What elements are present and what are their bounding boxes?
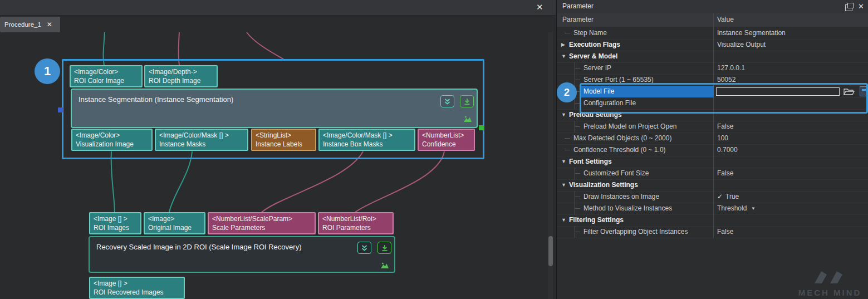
annotation-step-2: 2 xyxy=(557,82,577,102)
node-instance-segmentation[interactable]: Instance Segmentation (Instance Segmenta… xyxy=(71,89,478,128)
port-roi-images[interactable]: <Image [] > ROI Images xyxy=(89,212,141,234)
param-row-font-settings[interactable]: ▼ Font Settings xyxy=(557,156,868,168)
annotation-step-1: 1 xyxy=(35,58,60,84)
port-type: <Image [] > xyxy=(94,279,180,288)
port-type: <Image/Color> xyxy=(76,131,148,140)
param-row-configuration-file[interactable]: Configuration File xyxy=(557,97,868,110)
column-header-parameter: Parameter xyxy=(562,16,594,23)
model-file-input[interactable] xyxy=(716,87,840,96)
port-type: <Image [] > xyxy=(94,214,137,223)
panel-title: Parameter xyxy=(562,2,594,10)
node-scale-image-roi-recovery[interactable]: Recovery Scaled Image in 2D ROI (Scale I… xyxy=(89,236,395,273)
port-type: <StringList> xyxy=(256,131,312,140)
port-instance-labels[interactable]: <StringList> Instance Labels xyxy=(251,129,316,151)
param-row-max-detected-objects[interactable]: Max Detected Objects (0 ~ 2000) 100 xyxy=(557,133,868,145)
watermark: MECH MIND xyxy=(792,270,868,299)
param-row-server-and-model[interactable]: ▼ Server & Model xyxy=(557,51,868,63)
port-name: Instance Labels xyxy=(256,140,312,149)
parameter-panel: Parameter ✕ Parameter Value Step Name In… xyxy=(556,0,868,299)
float-panel-icon[interactable] xyxy=(845,4,852,11)
port-name: Instance Masks xyxy=(159,140,244,149)
param-row-customized-font-size[interactable]: Customized Font Size False xyxy=(557,168,868,180)
collapse-icon[interactable]: ▼ xyxy=(561,214,566,226)
port-marker-green xyxy=(479,125,484,130)
param-row-preload-settings[interactable]: ▼ Preload Settings xyxy=(557,109,868,121)
port-name: ROI Parameters xyxy=(322,223,389,232)
preview-image-icon xyxy=(463,115,472,122)
param-row-draw-instances[interactable]: Draw Instances on Image ✓ True xyxy=(557,191,868,203)
node-title: Recovery Scaled Image in 2D ROI (Scale I… xyxy=(96,243,301,251)
port-name: ROI Depth Image xyxy=(149,76,213,85)
download-model-button[interactable] xyxy=(377,242,391,254)
port-type: <NumberList/Roi> xyxy=(322,214,389,223)
param-row-confidence-threshold[interactable]: Confidence Threshold (0 ~ 1.0) 0.7000 xyxy=(557,144,868,156)
param-row-method-to-visualize[interactable]: Method to Visualize Instances Threshold … xyxy=(557,203,868,215)
panel-close-icon[interactable]: ✕ xyxy=(858,2,864,12)
port-original-image[interactable]: <Image> Original Image xyxy=(144,212,205,234)
column-header-value: Value xyxy=(717,16,734,23)
port-roi-depth-image[interactable]: <Image/Depth-> ROI Depth Image xyxy=(144,65,218,87)
collapse-icon[interactable]: ▼ xyxy=(561,156,566,168)
port-name: Visualization Image xyxy=(76,140,148,149)
port-visualization-image[interactable]: <Image/Color> Visualization Image xyxy=(71,129,153,151)
expand-icon[interactable]: ▶ xyxy=(561,39,565,51)
port-name: ROI Color Image xyxy=(74,76,138,85)
param-row-filtering-settings[interactable]: ▼ Filtering Settings xyxy=(557,214,868,227)
port-confidence[interactable]: <NumberList> Confidence xyxy=(418,129,475,151)
port-marker-blue xyxy=(58,107,63,112)
download-icon xyxy=(464,98,470,105)
port-type: <Image/Color/Mask [] > xyxy=(323,131,411,140)
collapse-icon[interactable]: ▼ xyxy=(561,51,566,62)
param-row-server-ip[interactable]: Server IP 127.0.0.1 xyxy=(557,62,868,75)
node-title: Instance Segmentation (Instance Segmenta… xyxy=(79,95,233,104)
port-type: <Image> xyxy=(148,214,201,223)
port-instance-masks[interactable]: <Image/Color/Mask [] > Instance Masks xyxy=(155,129,248,151)
checkmark-icon[interactable]: ✓ xyxy=(717,191,723,203)
param-row-filter-overlapping[interactable]: Filter Overlapping Object Instances Fals… xyxy=(557,226,868,238)
port-name: Confidence xyxy=(422,140,470,149)
port-roi-recovered-images[interactable]: <Image [] > ROI Recovered Images xyxy=(89,277,185,299)
collapse-icon[interactable]: ▼ xyxy=(561,109,566,121)
port-roi-color-image[interactable]: <Image/Color> ROI Color Image xyxy=(70,65,143,87)
port-name: ROI Images xyxy=(94,223,137,232)
chevron-double-down-icon xyxy=(444,98,451,105)
collapse-node-button[interactable] xyxy=(440,95,454,107)
port-type: <Image/Depth-> xyxy=(149,67,213,76)
column-header-row: Parameter Value xyxy=(557,13,868,27)
port-name: ROI Recovered Images xyxy=(94,288,180,297)
param-row-execution-flags[interactable]: ▶ Execution Flags Visualize Output xyxy=(557,39,868,51)
dropdown-arrow-icon[interactable]: ▼ xyxy=(751,203,756,214)
param-row-preload-model[interactable]: Preload Model on Project Open False xyxy=(557,121,868,133)
preview-image-icon xyxy=(380,262,389,269)
port-type: <NumberList> xyxy=(422,131,470,140)
param-row-visualization-settings[interactable]: ▼ Visualization Settings xyxy=(557,179,868,192)
port-type: <NumberList/ScaleParam> xyxy=(212,214,311,223)
port-name: Scale Parameters xyxy=(212,223,311,232)
download-model-button[interactable] xyxy=(460,95,474,107)
mech-mind-logo-icon xyxy=(812,270,848,285)
open-folder-icon xyxy=(844,88,855,96)
port-instance-box-masks[interactable]: <Image/Color/Mask [] > Instance Box Mask… xyxy=(318,129,415,151)
watermark-text: MECH MIND xyxy=(792,288,868,297)
port-type: <Image/Color> xyxy=(74,67,138,76)
graph-editor: ✕ Procedure_1 ✕ 1 <Image/Color> ROI Colo… xyxy=(0,0,556,299)
param-row-step-name[interactable]: Step Name Instance Segmentation xyxy=(557,27,868,40)
param-row-server-port[interactable]: Server Port (1 ~ 65535) 50052 xyxy=(557,74,868,86)
port-name: Instance Box Masks xyxy=(323,140,411,149)
parameter-panel-header: Parameter ✕ xyxy=(557,0,868,14)
port-type: <Image/Color/Mask [] > xyxy=(159,131,244,140)
collapse-icon[interactable]: ▼ xyxy=(561,179,566,191)
port-scale-parameters[interactable]: <NumberList/ScaleParam> Scale Parameters xyxy=(208,212,316,234)
collapse-node-button[interactable] xyxy=(357,242,371,254)
browse-model-file-button[interactable] xyxy=(842,87,856,96)
param-row-model-file[interactable]: Model File xyxy=(557,86,868,98)
chevron-double-down-icon xyxy=(361,244,368,252)
model-tool-icon[interactable] xyxy=(860,86,868,96)
port-roi-parameters[interactable]: <NumberList/Roi> ROI Parameters xyxy=(318,212,394,234)
port-name: Original Image xyxy=(148,223,201,232)
download-icon xyxy=(381,244,388,252)
